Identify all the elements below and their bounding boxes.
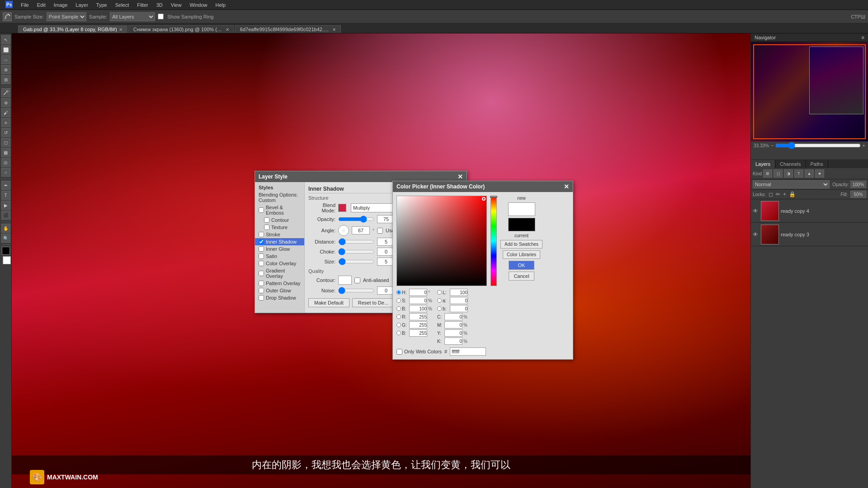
background-color[interactable]	[3, 256, 11, 264]
gradient-overlay-checkbox[interactable]	[259, 271, 264, 276]
tab-gab[interactable]: Gab.psd @ 33,3% (Layer 8 copy, RGB/8#) ✕	[18, 25, 127, 33]
color-libraries-btn[interactable]: Color Libraries	[503, 250, 540, 259]
sample-select[interactable]: All Layers	[110, 12, 155, 21]
filter-smart-btn[interactable]: ★	[815, 169, 824, 178]
hue-strip[interactable]	[491, 196, 497, 286]
menu-ps[interactable]: Ps	[2, 0, 16, 10]
tab-screenshot[interactable]: Снимок экрана (1360).png @ 100% (Layer 0…	[128, 25, 234, 33]
layer-item-ready-copy-3[interactable]: 👁 ready copy 3	[751, 223, 868, 246]
close-tab-screenshot[interactable]: ✕	[226, 27, 229, 32]
menu-file[interactable]: File	[17, 1, 33, 9]
menu-select[interactable]: Select	[112, 1, 133, 9]
r-input[interactable]	[409, 313, 427, 320]
layer-style-close[interactable]: ✕	[458, 173, 463, 180]
angle-value-input[interactable]	[352, 226, 370, 235]
menu-filter[interactable]: Filter	[133, 1, 151, 9]
filter-kind-btn[interactable]: ⊞	[763, 169, 772, 178]
h-input[interactable]	[409, 289, 427, 296]
r-radio[interactable]	[396, 314, 401, 319]
style-stroke[interactable]: Stroke	[255, 231, 304, 238]
texture-checkbox[interactable]	[264, 225, 269, 230]
zoom-tool[interactable]: 🔍	[1, 234, 10, 243]
style-outer-glow[interactable]: Outer Glow	[255, 287, 304, 294]
path-selection-tool[interactable]: ▶	[1, 201, 10, 210]
anti-aliased-checkbox[interactable]	[354, 277, 360, 283]
k-input[interactable]	[444, 338, 462, 345]
menu-type[interactable]: Type	[93, 1, 111, 9]
bevel-checkbox[interactable]	[259, 207, 264, 213]
color-overlay-checkbox[interactable]	[259, 261, 264, 266]
b2-radio[interactable]	[396, 331, 401, 335]
g-input[interactable]	[409, 321, 427, 328]
contour-preview[interactable]	[338, 276, 352, 285]
tab-layers[interactable]: Layers	[751, 160, 775, 168]
menu-view[interactable]: View	[167, 1, 185, 9]
drop-shadow-checkbox[interactable]	[259, 295, 264, 300]
zoom-out-icon[interactable]: −	[771, 143, 774, 148]
angle-dial[interactable]: ⊙	[338, 225, 349, 236]
foreground-color[interactable]	[2, 247, 10, 255]
style-bevel-emboss[interactable]: Bevel & Emboss	[255, 204, 304, 216]
menu-image[interactable]: Image	[50, 1, 71, 9]
style-texture[interactable]: Texture	[255, 224, 304, 231]
quick-selection-tool[interactable]: ⊕	[1, 65, 10, 74]
blur-tool[interactable]: ◎	[1, 158, 10, 167]
b3-radio[interactable]	[437, 306, 442, 311]
layer-visibility-icon-1[interactable]: 👁	[753, 208, 759, 214]
size-slider[interactable]	[338, 258, 374, 265]
lock-all-icon[interactable]: 🔒	[789, 191, 796, 197]
filter-adjust-btn[interactable]: ◑	[784, 169, 793, 178]
lock-position-icon[interactable]: +	[783, 191, 786, 197]
filter-type-btn[interactable]: T	[794, 169, 803, 178]
filter-shape-btn[interactable]: ▲	[805, 169, 814, 178]
s-input[interactable]	[409, 297, 427, 304]
l-radio[interactable]	[437, 290, 442, 295]
reset-to-default-btn[interactable]: Reset to De...	[352, 298, 394, 307]
menu-window[interactable]: Window	[186, 1, 211, 9]
crop-tool[interactable]: ⊞	[1, 75, 10, 84]
hex-input[interactable]	[450, 347, 486, 356]
style-drop-shadow[interactable]: Drop Shadow	[255, 294, 304, 301]
color-picker-close[interactable]: ✕	[564, 183, 569, 190]
navigator-content[interactable]	[751, 42, 868, 141]
use-global-light-checkbox[interactable]	[377, 228, 383, 234]
filter-pixel-btn[interactable]: ◻	[774, 169, 783, 178]
lock-image-icon[interactable]: ✏	[776, 191, 780, 197]
color-picker-ok-btn[interactable]: OK	[509, 261, 534, 270]
opacity-input[interactable]	[850, 181, 866, 188]
menu-layer[interactable]: Layer	[72, 1, 92, 9]
history-brush-tool[interactable]: ↺	[1, 128, 10, 137]
color-picker-cancel-btn[interactable]: Cancel	[509, 272, 534, 281]
b2-input[interactable]	[409, 329, 427, 337]
eyedropper-tool-icon[interactable]	[3, 12, 12, 21]
noise-slider[interactable]	[338, 287, 374, 294]
y-input[interactable]	[444, 329, 462, 337]
inner-glow-checkbox[interactable]	[259, 246, 264, 252]
close-tab-6d7[interactable]: ✕	[332, 27, 336, 32]
only-web-colors-checkbox[interactable]	[396, 349, 402, 355]
lasso-tool[interactable]: ⌓	[1, 55, 10, 64]
eyedropper-tool[interactable]	[1, 88, 10, 97]
layer-visibility-icon-2[interactable]: 👁	[753, 231, 759, 238]
a-radio[interactable]	[437, 298, 442, 303]
rectangle-tool[interactable]: ⬛	[1, 211, 10, 220]
tab-6d7[interactable]: 6d7eaffe9915c8f4999de69f0c021b42.png @ 6…	[235, 25, 341, 33]
b-input[interactable]	[409, 305, 427, 312]
opacity-slider[interactable]	[338, 216, 374, 223]
menu-help[interactable]: Help	[212, 1, 230, 9]
inner-shadow-checkbox[interactable]	[259, 239, 264, 244]
satin-checkbox[interactable]	[259, 253, 264, 259]
sample-size-select[interactable]: Point Sample	[47, 12, 86, 21]
contour-checkbox[interactable]	[264, 217, 269, 223]
s-radio[interactable]	[396, 298, 401, 303]
lock-transparent-icon[interactable]: ◻	[769, 191, 773, 197]
a-input[interactable]	[450, 297, 468, 304]
style-color-overlay[interactable]: Color Overlay	[255, 260, 304, 267]
brush-tool[interactable]: 🖌	[1, 108, 10, 117]
dodge-tool[interactable]: ○	[1, 168, 10, 177]
style-inner-shadow[interactable]: Inner Shadow	[255, 238, 304, 245]
color-gradient-field[interactable]	[396, 196, 487, 286]
tab-channels[interactable]: Channels	[775, 160, 806, 168]
add-to-swatches-btn[interactable]: Add to Swatches	[500, 240, 542, 249]
style-pattern-overlay[interactable]: Pattern Overlay	[255, 280, 304, 287]
